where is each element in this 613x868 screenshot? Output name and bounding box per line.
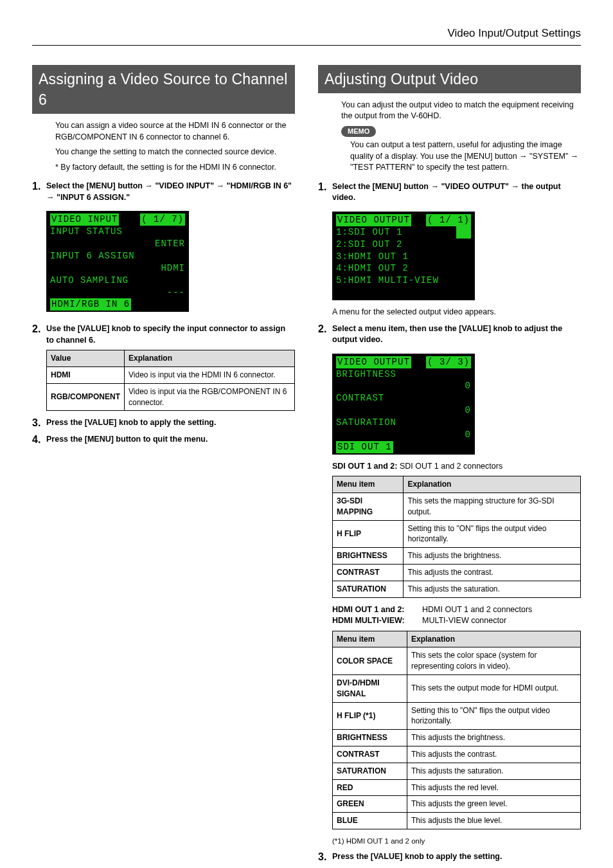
hdmi-headings: HDMI OUT 1 and 2:HDMI OUT 1 and 2 connec… [332, 604, 581, 627]
lt-r2v: Video is input via the RGB/COMPONENT IN … [125, 383, 295, 411]
right-step-3: Press the [VALUE] knob to apply the sett… [318, 851, 581, 863]
left-intro-2: You change the setting to match the conn… [55, 147, 295, 158]
lcd-screen-left-1: VIDEO INPUT( 1/ 7)INPUT STATUSENTERINPUT… [46, 211, 189, 312]
right-step-1-text: Select the [MENU] button → "VIDEO OUTPUT… [332, 182, 561, 203]
right-step-2: Select a menu item, then use the [VALUE]… [318, 323, 581, 846]
left-table: ValueExplanation HDMIVideo is input via … [46, 350, 295, 411]
left-step-2: Use the [VALUE] knob to specify the inpu… [32, 323, 295, 411]
content-columns: Assigning a Video Source to Channel 6 Yo… [32, 65, 581, 868]
right-intro: You can adjust the output video to match… [318, 100, 581, 174]
sdi-heading: SDI OUT 1 and 2: SDI OUT 1 and 2 connect… [332, 461, 581, 473]
table2-footnote: (*1) HDMI OUT 1 and 2 only [332, 836, 581, 846]
left-intro: You can assign a video source at the HDM… [32, 120, 295, 173]
lt-r1v: Video is input via the HDMI IN 6 connect… [125, 367, 295, 384]
left-column: Assigning a Video Source to Channel 6 Yo… [32, 65, 295, 868]
right-step-2-content: VIDEO OUTPUT( 3/ 3)BRIGHTNESS0CONTRAST0S… [332, 350, 581, 846]
lcd-screen-right-2: VIDEO OUTPUT( 3/ 3)BRIGHTNESS0CONTRAST0S… [332, 354, 475, 455]
lt-h1: Value [47, 350, 125, 367]
memo-badge: MEMO [341, 126, 376, 137]
left-title: Assigning a Video Source to Channel 6 [32, 65, 295, 114]
left-step-1-text: Select the [MENU] button → "VIDEO INPUT"… [46, 181, 292, 202]
lcd-screen-right-1: VIDEO OUTPUT( 1/ 1)1:SDI OUT 1 2:SDI OUT… [332, 212, 475, 300]
right-step-1: Select the [MENU] button → "VIDEO OUTPUT… [318, 181, 581, 318]
left-intro-note: * By factory default, the setting is for… [55, 162, 295, 174]
left-intro-1: You can assign a video source at the HDM… [55, 120, 295, 143]
right-intro-1: You can adjust the output video to match… [341, 100, 581, 122]
lt-h2: Explanation [125, 350, 295, 367]
page-section-header: Video Input/Output Settings [32, 26, 581, 46]
left-step-1: Select the [MENU] button → "VIDEO INPUT"… [32, 181, 295, 318]
left-step-2-content: ValueExplanation HDMIVideo is input via … [46, 350, 295, 411]
lt-r1k: HDMI [47, 367, 125, 384]
left-step-2-text: Use the [VALUE] knob to specify the inpu… [46, 324, 285, 345]
right-title: Adjusting Output Video [318, 65, 581, 93]
lt-r2k: RGB/COMPONENT [47, 383, 125, 411]
right-table-1: Menu itemExplanation 3G-SDI MAPPINGThis … [332, 476, 581, 597]
left-step-4: Press the [MENU] button to quit the menu… [32, 434, 295, 446]
memo-text: You can output a test pattern, useful fo… [341, 140, 581, 174]
left-steps: Select the [MENU] button → "VIDEO INPUT"… [32, 181, 295, 445]
left-step-3: Press the [VALUE] knob to apply the sett… [32, 417, 295, 429]
right-column: Adjusting Output Video You can adjust th… [318, 65, 581, 868]
after-lcd1: A menu for the selected output video app… [332, 307, 581, 318]
right-steps: Select the [MENU] button → "VIDEO OUTPUT… [318, 181, 581, 868]
right-table-2: Menu itemExplanation COLOR SPACEThis set… [332, 631, 581, 829]
left-step-1-content: VIDEO INPUT( 1/ 7)INPUT STATUSENTERINPUT… [46, 207, 295, 318]
right-step-1-content: VIDEO OUTPUT( 1/ 1)1:SDI OUT 1 2:SDI OUT… [332, 208, 581, 318]
right-step-2-text: Select a menu item, then use the [VALUE]… [332, 324, 562, 345]
